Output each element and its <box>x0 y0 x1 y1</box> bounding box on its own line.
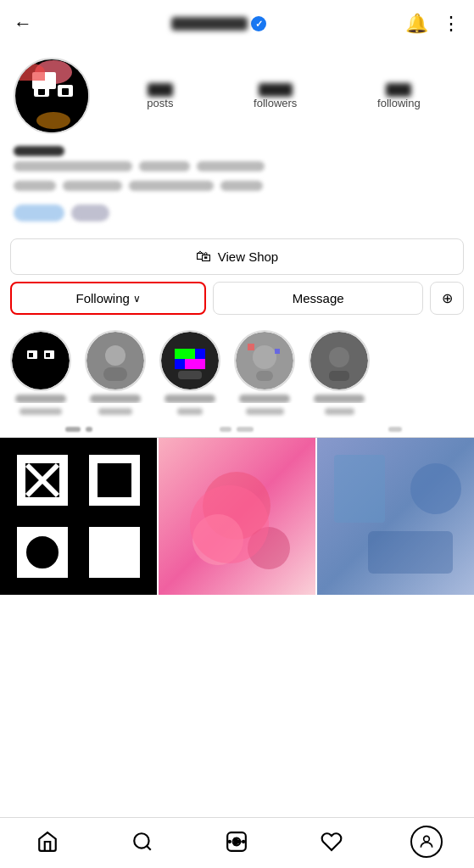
action-buttons: 🛍 View Shop Following ∨ Message ⊕ <box>0 238 474 323</box>
bio-line-2 <box>14 181 460 196</box>
followers-count <box>259 83 293 97</box>
view-shop-button[interactable]: 🛍 View Shop <box>10 238 464 275</box>
svg-point-43 <box>203 472 270 540</box>
posts-stat[interactable]: posts <box>147 83 173 109</box>
svg-point-48 <box>410 463 461 514</box>
svg-point-50 <box>134 833 148 848</box>
bio-text-3 <box>197 161 265 171</box>
following-row: Following ∨ Message ⊕ <box>10 282 464 315</box>
following-label: Following <box>76 291 130 305</box>
message-button[interactable]: Message <box>213 282 423 315</box>
svg-line-51 <box>147 846 151 850</box>
highlight-item-2[interactable] <box>85 330 146 403</box>
svg-rect-11 <box>46 353 50 357</box>
svg-point-7 <box>12 332 70 389</box>
svg-rect-49 <box>368 531 453 574</box>
svg-rect-19 <box>195 349 205 359</box>
tab-bar-blurs-2 <box>158 422 315 437</box>
highlight-circle-1 <box>10 330 71 391</box>
post-cell-1[interactable] <box>0 438 157 595</box>
username-text <box>171 17 248 31</box>
highlight-item-1[interactable] <box>10 330 71 403</box>
highlight-label-2 <box>90 395 141 403</box>
hl-label-4 <box>234 408 295 415</box>
post-pink-image <box>159 438 315 595</box>
view-shop-label: View Shop <box>218 249 278 264</box>
highlight-label-5 <box>314 395 365 403</box>
post-cell-3[interactable] <box>317 438 474 595</box>
avatar-image <box>15 59 88 132</box>
svg-rect-14 <box>103 367 127 381</box>
svg-rect-18 <box>175 359 185 369</box>
shop-icon: 🛍 <box>196 248 211 266</box>
tabs-row <box>0 422 474 438</box>
post-cell-2[interactable] <box>159 438 315 595</box>
svg-rect-5 <box>62 88 69 95</box>
profile-top-row: posts followers following <box>14 58 460 134</box>
highlight-label-3 <box>165 395 215 403</box>
nav-reels[interactable] <box>190 818 285 865</box>
following-stat[interactable]: following <box>377 83 421 109</box>
hl-label-2 <box>85 408 146 415</box>
highlight-circle-2 <box>85 330 146 391</box>
svg-point-45 <box>248 527 290 569</box>
bottom-nav <box>0 817 474 868</box>
chip-2 <box>71 204 109 221</box>
following-button[interactable]: Following ∨ <box>10 282 206 315</box>
tab-bar-blurs <box>0 422 158 437</box>
svg-point-39 <box>98 535 131 569</box>
svg-rect-16 <box>175 349 185 359</box>
chip-1 <box>14 204 64 221</box>
svg-rect-20 <box>185 359 195 369</box>
bio-text-1 <box>14 161 132 171</box>
hl-label-1 <box>10 408 71 415</box>
add-person-button[interactable]: ⊕ <box>430 282 464 315</box>
svg-rect-42 <box>159 438 315 595</box>
bio-text-2 <box>139 161 190 171</box>
notification-icon[interactable]: 🔔 <box>405 13 428 35</box>
add-person-icon: ⊕ <box>442 290 453 306</box>
svg-rect-10 <box>29 353 33 357</box>
bio-text-7 <box>220 181 263 191</box>
spacer <box>0 595 474 654</box>
nav-search[interactable] <box>95 818 190 865</box>
followers-stat[interactable]: followers <box>254 83 297 109</box>
svg-rect-21 <box>195 359 205 369</box>
svg-point-56 <box>243 840 245 842</box>
bio-text-4 <box>14 181 56 191</box>
nav-home[interactable] <box>0 818 95 865</box>
verified-badge <box>251 16 266 31</box>
highlight-item-3[interactable] <box>159 330 220 403</box>
message-label: Message <box>293 291 344 305</box>
svg-point-13 <box>105 345 125 366</box>
nav-activity[interactable] <box>284 818 379 865</box>
post-blue-image <box>317 438 474 595</box>
highlight-label-1 <box>15 395 66 403</box>
highlight-circle-3 <box>159 330 220 391</box>
avatar[interactable] <box>14 58 90 134</box>
followers-label: followers <box>254 97 297 109</box>
following-label: following <box>377 97 421 109</box>
svg-rect-17 <box>185 349 195 359</box>
profile-header: posts followers following <box>0 48 474 238</box>
highlight-item-5[interactable] <box>309 330 370 403</box>
following-count <box>386 83 411 97</box>
highlight-item-4[interactable] <box>234 330 295 403</box>
svg-point-6 <box>36 112 70 129</box>
highlight-circle-5 <box>309 330 370 391</box>
svg-point-44 <box>192 514 243 565</box>
more-options-icon[interactable]: ⋮ <box>442 13 460 35</box>
highlight-circle-4 <box>234 330 295 391</box>
posts-grid <box>0 438 474 595</box>
svg-point-58 <box>424 836 430 842</box>
svg-point-55 <box>229 840 231 842</box>
profile-bio <box>14 146 460 196</box>
svg-point-1 <box>35 60 72 84</box>
bio-text-5 <box>63 181 122 191</box>
hl-label-5 <box>309 408 370 415</box>
chips-row <box>14 204 460 221</box>
nav-profile[interactable] <box>379 818 474 865</box>
back-button[interactable]: ← <box>14 13 32 35</box>
highlight-label-4 <box>239 395 290 403</box>
svg-point-24 <box>253 345 276 369</box>
